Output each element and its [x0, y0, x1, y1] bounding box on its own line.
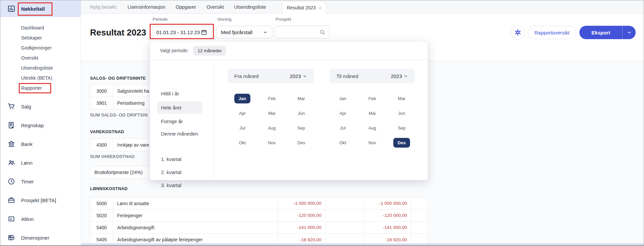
month-option[interactable]: Jun: [387, 106, 416, 120]
sidebar-item-label: Bank: [21, 141, 32, 147]
month-option[interactable]: Jul: [228, 120, 257, 135]
month-option[interactable]: Jan: [328, 91, 357, 106]
preset-2-kvartal[interactable]: 2. kvartal: [161, 167, 181, 177]
rapportoversikt-button[interactable]: Rapportoversikt: [528, 26, 576, 39]
table-row[interactable]: 5400 Arbeidsgiveravgift -141 000,00 -141…: [90, 222, 427, 234]
month-option[interactable]: Feb: [257, 91, 287, 106]
sidebar-item-utsendingsliste[interactable]: Utsendingsliste: [0, 63, 81, 73]
sidebar-section-nokkeltall[interactable]: Nøkkeltall: [0, 0, 81, 17]
account-number: 3901: [90, 97, 113, 109]
month-option[interactable]: Apr: [228, 106, 257, 120]
month-option[interactable]: Nov: [257, 135, 287, 150]
eksport-menu-button[interactable]: [622, 26, 636, 39]
sidebar-item-timer[interactable]: Timer: [0, 172, 81, 191]
table-row[interactable]: 5000 Lønn til ansatte -1 000 000,00 -1 0…: [90, 197, 427, 210]
horizontal-scrollbar[interactable]: [81, 243, 644, 245]
to-month-title: Til måned: [336, 73, 358, 79]
to-month-grid: Jan Feb Mar Apr Mai Jun Jul Aug Sep Okt …: [328, 91, 416, 150]
briefcase-icon: [7, 196, 15, 204]
sidebar-item-dashboard[interactable]: Dashboard: [0, 23, 81, 33]
bar-chart-icon: [7, 5, 15, 13]
selected-period-badge: 12 måneder: [193, 46, 226, 56]
month-option[interactable]: Jun: [287, 106, 316, 120]
month-option[interactable]: Mai: [257, 106, 287, 120]
sidebar-item-bank[interactable]: Bank: [0, 135, 81, 153]
month-option[interactable]: Des: [287, 135, 316, 150]
sidebar-item-salg[interactable]: Salg: [0, 97, 81, 116]
eksport-split-button: Eksport: [579, 26, 636, 39]
month-option[interactable]: Des: [387, 135, 416, 150]
prosjekt-search-input[interactable]: [275, 26, 330, 38]
sidebar-item-rapporter[interactable]: Rapporter: [0, 83, 81, 93]
prosjekt-label: Prosjekt: [275, 17, 291, 22]
month-option[interactable]: Mai: [357, 106, 387, 120]
preset-3-kvartal[interactable]: 3. kvartal: [161, 180, 181, 190]
gear-icon: [514, 29, 521, 36]
visning-select[interactable]: Med fjorårstall: [216, 26, 272, 38]
sidebar-item-oversikt[interactable]: Oversikt: [0, 53, 81, 63]
month-option[interactable]: Sep: [287, 120, 316, 135]
clock-icon: [7, 177, 15, 185]
sidebar-item-prosjekt[interactable]: Prosjekt [BETA]: [0, 191, 81, 210]
month-option[interactable]: Mar: [387, 91, 416, 106]
sidebar-item-altinn[interactable]: Altinn: [0, 210, 81, 228]
comparison-value: -1 000 000,00: [365, 197, 411, 209]
sidebar-item-label: Timer: [21, 179, 34, 184]
sidebar-item-lonn[interactable]: Lønn: [0, 153, 81, 172]
bank-icon: [7, 140, 15, 148]
to-year-value: 2023: [391, 73, 402, 79]
month-option[interactable]: Mar: [287, 91, 316, 106]
settings-button[interactable]: [511, 25, 525, 39]
month-option[interactable]: Sep: [387, 120, 416, 135]
sidebar-item-godkjenninger[interactable]: Godkjenninger: [0, 43, 81, 53]
recent-link-oversikt[interactable]: Oversikt: [207, 4, 224, 10]
section-header-lonnskostnad: LØNNSKOSTNAD: [90, 186, 128, 191]
account-number: 3000: [90, 85, 113, 97]
preset-1-kvartal[interactable]: 1. kvartal: [161, 154, 181, 164]
sidebar-item-label: Prosjekt [BETA]: [21, 197, 56, 203]
chevron-down-icon: [303, 74, 307, 78]
account-number: 4300: [90, 139, 113, 151]
preset-denne-maneden[interactable]: Denne måneden: [161, 130, 205, 138]
month-option[interactable]: Nov: [357, 135, 387, 150]
month-option[interactable]: Aug: [357, 120, 387, 135]
recent-link-utsendingsliste[interactable]: Utsendingsliste: [234, 4, 266, 10]
empty-cell: [411, 222, 428, 233]
period-value: -1 000 000,00: [278, 197, 326, 209]
close-icon[interactable]: ×: [319, 5, 322, 11]
to-year-select[interactable]: 2023: [391, 73, 408, 79]
month-option[interactable]: Feb: [357, 91, 387, 106]
preset-hittil-i-ar[interactable]: Hittil i år: [161, 89, 179, 98]
account-name: Arbeidsgiveravgift: [113, 222, 278, 233]
comparison-value: -141 000,00: [365, 222, 411, 233]
eksport-button[interactable]: Eksport: [579, 26, 622, 39]
comparison-value: -120 000,00: [365, 210, 411, 221]
sidebar-item-regnskap[interactable]: Regnskap: [0, 116, 81, 135]
from-year-select[interactable]: 2023: [290, 73, 307, 79]
month-option[interactable]: Jul: [328, 120, 357, 135]
table-row[interactable]: 5020 Feriepenger -120 000,00 -120 000,00: [90, 210, 427, 222]
preset-hele-aret[interactable]: Hele året: [157, 101, 203, 114]
month-option[interactable]: Apr: [328, 106, 357, 120]
sidebar-item-uttrekk[interactable]: Uttrekk (BETA): [0, 73, 81, 83]
sum-row-varekostnad: SUM VAREKOSTNAD: [90, 154, 135, 159]
month-option[interactable]: Jan: [228, 91, 257, 106]
month-option[interactable]: Okt: [228, 135, 257, 150]
sidebar-item-dimensjoner[interactable]: Dimensjoner: [0, 228, 81, 246]
sidebar-item-selskaper[interactable]: Selskaper: [0, 33, 81, 43]
recent-link-oppgaver[interactable]: Oppgaver: [176, 4, 196, 10]
recent-link-lisensinformasjon[interactable]: Lisensinformasjon: [128, 4, 165, 10]
month-option[interactable]: Okt: [328, 135, 357, 150]
sidebar: Nøkkeltall Dashboard Selskaper Godkjenni…: [0, 0, 81, 245]
app-window: Nøkkeltall Dashboard Selskaper Godkjenni…: [0, 0, 644, 246]
empty-cell: [411, 210, 428, 221]
preset-forrige-ar[interactable]: Forrige år: [161, 116, 183, 126]
sidebar-item-label: Altinn: [21, 216, 34, 222]
periode-input[interactable]: 01.01.23 - 31.12.23: [152, 26, 212, 38]
tab-resultat-2023[interactable]: Resultat 2023 ×: [282, 1, 326, 14]
visning-value: Med fjorårstall: [221, 29, 252, 35]
month-option[interactable]: Aug: [257, 120, 287, 135]
sidebar-item-label: Dimensjoner: [21, 235, 49, 241]
empty-cell: [411, 197, 428, 209]
sidebar-item-label: Salg: [21, 104, 31, 109]
